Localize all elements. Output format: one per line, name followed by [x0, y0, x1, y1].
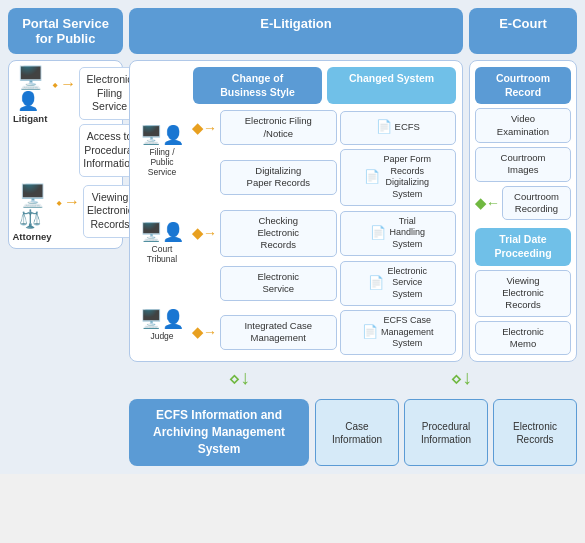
ecourt-section2-header: Trial DateProceeding — [475, 228, 571, 265]
elit-actor-filing-label: Filing /PublicService — [148, 147, 176, 178]
elit-service-2: DigitalizingPaper Records — [220, 160, 337, 195]
elit-actor-judge-icon: 🖥️👤 — [140, 308, 184, 330]
ecfs-main-box: ECFS Information and Archiving Managemen… — [129, 399, 309, 465]
elit-row1-arrow: ◆→ — [192, 120, 217, 136]
elit-changed-header: Changed System — [327, 67, 456, 104]
ecourt-item-images: CourtroomImages — [475, 147, 571, 182]
elit-actor-filing: 🖥️👤 Filing /PublicService — [136, 124, 188, 178]
ecfs-sub-boxes: CaseInformation ProceduralInformation El… — [315, 399, 577, 465]
elit-service-4: ElectronicService — [220, 266, 337, 301]
elit-system2-label: Paper FormRecordsDigitalizingSystem — [383, 154, 431, 201]
elit-spacer — [136, 67, 188, 104]
litigant-block: 🖥️👤 Litigant — [13, 67, 47, 124]
elit-row5-arrow: ◆→ — [192, 324, 217, 340]
elit-system1-label: ECFS — [395, 121, 420, 133]
elit-system-5: 📄 ECFS CaseManagementSystem — [340, 310, 457, 355]
elit-system-1: 📄 ECFS — [340, 111, 457, 145]
elit-service-rows: ◆→ Electronic Filing/Notice 📄 ECFS ◆→ Di… — [192, 110, 456, 355]
portal-inner-box: 🖥️👤 Litigant ⬩→ ElectronicFilingService … — [8, 60, 123, 249]
bottom-section: ECFS Information and Archiving Managemen… — [8, 399, 577, 465]
elit-row3-arrow: ◆→ — [192, 225, 217, 241]
litigant-label: Litigant — [13, 113, 47, 124]
elit-actor-judge: 🖥️👤 Judge — [136, 308, 188, 341]
ecourt-inner-box: CourtroomRecord VideoExamination Courtro… — [469, 60, 577, 362]
ecourt-header-label: E-Court — [499, 16, 547, 31]
elit-system4-icon: 📄 — [368, 275, 384, 292]
ecourt-header: E-Court — [469, 8, 577, 54]
elitigation-inner-box: Change ofBusiness Style Changed System 🖥… — [129, 60, 463, 362]
ecourt-recording-row: ◆← CourtroomRecording — [475, 186, 571, 221]
ecourt-item-viewing: ViewingElectronicRecords — [475, 270, 571, 317]
ecourt-section1-header: CourtroomRecord — [475, 67, 571, 104]
elit-actor-judge-label: Judge — [150, 331, 173, 341]
attorney-label: Attorney — [12, 231, 51, 242]
elit-row4-spacer: ◆→ — [192, 275, 217, 291]
elit-row-3: ◆→ CheckingElectronicRecords 📄 TrialHand… — [192, 210, 456, 257]
green-arrow-right: ⬦↓ — [450, 366, 472, 389]
elit-row-5: ◆→ Integrated CaseManagement 📄 ECFS Case… — [192, 310, 456, 355]
elit-actors-col: 🖥️👤 Filing /PublicService 🖥️👤 CourtTribu… — [136, 110, 188, 355]
elit-system5-icon: 📄 — [362, 324, 378, 341]
main-content-row: 🖥️👤 Litigant ⬩→ ElectronicFilingService … — [8, 60, 577, 362]
attorney-arrow: ⬩→ — [54, 185, 80, 211]
elit-row-1: ◆→ Electronic Filing/Notice 📄 ECFS — [192, 110, 456, 145]
ecfs-main-label: ECFS Information and Archiving Managemen… — [139, 407, 299, 457]
ecourt-item-video: VideoExamination — [475, 108, 571, 143]
elit-row-4: ◆→ ElectronicService 📄 ElectronicService… — [192, 261, 456, 306]
ecourt-recording-arrow: ◆← — [475, 195, 500, 211]
elit-system3-label: TrialHandlingSystem — [389, 216, 425, 251]
ecourt-column: CourtroomRecord VideoExamination Courtro… — [469, 60, 577, 362]
elit-service-1: Electronic Filing/Notice — [220, 110, 337, 145]
ecourt-item-recording: CourtroomRecording — [502, 186, 571, 221]
attorney-section: 🖥️⚖️ Attorney ⬩→ ViewingElectronicRecord… — [13, 185, 118, 242]
elit-system3-icon: 📄 — [370, 225, 386, 242]
portal-header: Portal Service for Public — [8, 8, 123, 54]
elitigation-column: Change ofBusiness Style Changed System 🖥… — [129, 60, 463, 362]
elit-system5-label: ECFS CaseManagementSystem — [381, 315, 434, 350]
elit-service-5: Integrated CaseManagement — [220, 315, 337, 350]
main-container: Portal Service for Public E-Litigation E… — [0, 0, 585, 474]
green-arrows-row: ⬦↓ ⬦↓ — [128, 362, 572, 393]
elit-system4-label: ElectronicServiceSystem — [387, 266, 427, 301]
elit-sub-headers: Change ofBusiness Style Changed System — [136, 67, 456, 104]
elitigation-header-label: E-Litigation — [260, 16, 332, 31]
elit-actor-filing-icon: 🖥️👤 — [140, 124, 184, 146]
litigant-icon: 🖥️👤 — [17, 67, 44, 111]
elit-actor-court: 🖥️👤 CourtTribunal — [136, 221, 188, 264]
attorney-block: 🖥️⚖️ Attorney — [13, 185, 51, 242]
elit-actor-court-icon: 🖥️👤 — [140, 221, 184, 243]
elit-row-2: ◆→ DigitalizingPaper Records 📄 Paper For… — [192, 149, 456, 206]
elit-system1-icon: 📄 — [376, 119, 392, 136]
litigant-arrow: ⬩→ — [50, 67, 76, 93]
elit-system-4: 📄 ElectronicServiceSystem — [340, 261, 457, 306]
attorney-icon: 🖥️⚖️ — [19, 185, 46, 229]
elit-actor-court-label: CourtTribunal — [147, 244, 177, 264]
green-arrow-left: ⬦↓ — [228, 366, 250, 389]
bottom-spacer — [8, 399, 123, 465]
ecfs-sub-case: CaseInformation — [315, 399, 399, 465]
elit-system-3: 📄 TrialHandlingSystem — [340, 211, 457, 256]
ecfs-sub-procedural: ProceduralInformation — [404, 399, 488, 465]
elit-system2-icon: 📄 — [364, 169, 380, 186]
elit-system-2: 📄 Paper FormRecordsDigitalizingSystem — [340, 149, 457, 206]
header-row: Portal Service for Public E-Litigation E… — [8, 8, 577, 54]
elit-service-3: CheckingElectronicRecords — [220, 210, 337, 257]
ecourt-item-memo: ElectronicMemo — [475, 321, 571, 356]
elit-row2-spacer: ◆→ — [192, 169, 217, 185]
elit-change-header: Change ofBusiness Style — [193, 67, 322, 104]
elitigation-header: E-Litigation — [129, 8, 463, 54]
litigant-section: 🖥️👤 Litigant ⬩→ ElectronicFilingService … — [13, 67, 118, 177]
portal-header-label: Portal Service for Public — [22, 16, 109, 46]
ecfs-sub-electronic: ElectronicRecords — [493, 399, 577, 465]
elit-content: 🖥️👤 Filing /PublicService 🖥️👤 CourtTribu… — [136, 110, 456, 355]
portal-column: 🖥️👤 Litigant ⬩→ ElectronicFilingService … — [8, 60, 123, 249]
